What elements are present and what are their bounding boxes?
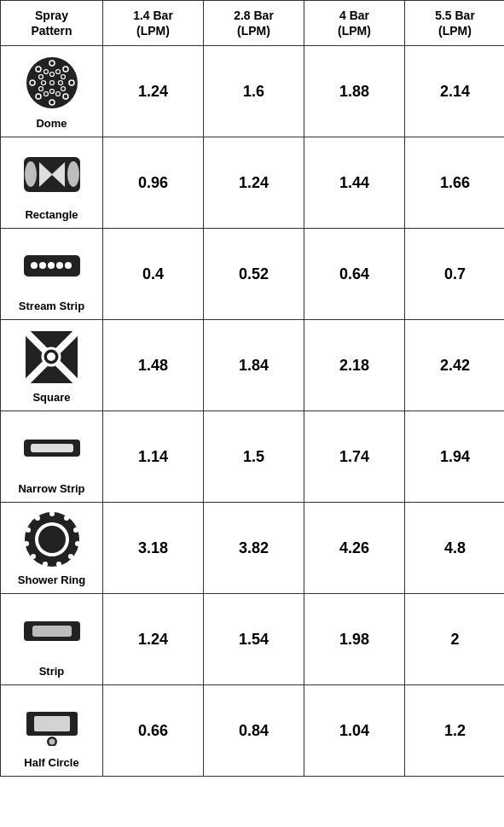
svg-point-20 — [43, 92, 48, 96]
svg-point-1 — [49, 61, 55, 66]
value-shower-ring-col3: 4.26 — [304, 503, 405, 594]
svg-point-14 — [41, 81, 45, 85]
svg-point-28 — [48, 262, 55, 269]
svg-point-41 — [49, 511, 55, 516]
svg-point-13 — [61, 75, 65, 79]
pattern-label-half-circle: Half Circle — [4, 756, 99, 769]
svg-point-8 — [63, 67, 68, 72]
table-row: Shower Ring3.183.824.264.8 — [1, 503, 505, 594]
table-row: Stream Strip0.40.520.640.7 — [1, 229, 505, 320]
svg-point-7 — [69, 80, 74, 85]
pattern-label-rectangle: Rectangle — [4, 208, 99, 221]
svg-point-48 — [31, 554, 36, 559]
value-dome-col1: 1.24 — [103, 46, 204, 137]
value-shower-ring-col2: 3.82 — [204, 503, 304, 594]
svg-rect-55 — [34, 716, 70, 731]
rectangle-icon — [4, 144, 99, 204]
svg-point-5 — [49, 100, 55, 105]
svg-point-18 — [49, 90, 54, 94]
pattern-label-square: Square — [4, 391, 99, 404]
svg-point-4 — [36, 94, 41, 99]
value-half-circle-col3: 1.04 — [304, 685, 405, 777]
svg-point-19 — [61, 87, 65, 91]
svg-rect-37 — [31, 444, 73, 452]
value-stream-strip-col4: 0.7 — [405, 229, 505, 320]
header-5-5-bar: 5.5 Bar(LPM) — [405, 1, 505, 46]
table-row: Dome1.241.61.882.14 — [1, 46, 505, 137]
svg-point-35 — [47, 352, 55, 361]
value-strip-col1: 1.24 — [103, 594, 204, 685]
svg-point-9 — [43, 70, 48, 74]
svg-point-21 — [55, 92, 60, 96]
value-square-col2: 1.84 — [204, 320, 304, 411]
table-row: Half Circle0.660.841.041.2 — [1, 685, 505, 777]
value-shower-ring-col4: 4.8 — [405, 503, 505, 594]
square-icon — [4, 327, 99, 387]
svg-point-3 — [30, 80, 35, 85]
svg-point-11 — [38, 75, 43, 79]
svg-point-2 — [36, 67, 41, 72]
header-spray-pattern: SprayPattern — [1, 1, 103, 46]
stream-strip-icon — [4, 236, 99, 295]
value-narrow-strip-col2: 1.5 — [204, 411, 304, 503]
pattern-cell-narrow-strip: Narrow Strip — [1, 411, 103, 503]
svg-point-12 — [49, 73, 54, 77]
header-4-bar: 4 Bar(LPM) — [304, 1, 405, 46]
value-stream-strip-col3: 0.64 — [304, 229, 405, 320]
value-rectangle-col3: 1.44 — [304, 137, 405, 229]
svg-point-27 — [39, 262, 46, 269]
value-square-col3: 2.18 — [304, 320, 405, 411]
svg-point-29 — [56, 262, 63, 269]
dome-icon — [4, 53, 99, 113]
svg-point-40 — [38, 526, 66, 553]
pattern-cell-shower-ring: Shower Ring — [1, 503, 103, 594]
svg-point-49 — [24, 541, 29, 546]
value-half-circle-col2: 0.84 — [204, 685, 304, 777]
value-square-col4: 2.42 — [405, 320, 505, 411]
pattern-label-strip: Strip — [4, 665, 99, 678]
shower-ring-icon — [4, 510, 99, 569]
svg-point-17 — [38, 87, 43, 91]
svg-point-43 — [73, 527, 78, 533]
pattern-cell-rectangle: Rectangle — [1, 137, 103, 229]
value-half-circle-col1: 0.66 — [103, 685, 204, 777]
value-dome-col3: 1.88 — [304, 46, 405, 137]
value-strip-col2: 1.54 — [204, 594, 304, 685]
svg-rect-53 — [32, 626, 72, 637]
value-rectangle-col1: 0.96 — [103, 137, 204, 229]
value-narrow-strip-col4: 1.94 — [405, 411, 505, 503]
svg-point-50 — [26, 527, 31, 533]
svg-point-10 — [55, 70, 60, 74]
table-row: Narrow Strip1.141.51.741.94 — [1, 411, 505, 503]
svg-point-24 — [67, 161, 79, 187]
value-strip-col4: 2 — [405, 594, 505, 685]
svg-point-16 — [58, 81, 62, 85]
value-shower-ring-col1: 3.18 — [103, 503, 204, 594]
value-dome-col2: 1.6 — [204, 46, 304, 137]
value-half-circle-col4: 1.2 — [405, 685, 505, 777]
pattern-cell-strip: Strip — [1, 594, 103, 685]
table-row: Rectangle0.961.241.441.66 — [1, 137, 505, 229]
value-narrow-strip-col3: 1.74 — [304, 411, 405, 503]
pattern-label-stream-strip: Stream Strip — [4, 300, 99, 312]
half-circle-icon — [4, 692, 99, 752]
svg-point-30 — [65, 262, 72, 269]
header-2-8-bar: 2.8 Bar(LPM) — [204, 1, 304, 46]
value-square-col1: 1.48 — [103, 320, 204, 411]
value-strip-col3: 1.98 — [304, 594, 405, 685]
svg-point-23 — [25, 161, 37, 187]
narrow-strip-icon — [4, 418, 99, 478]
svg-point-26 — [31, 262, 38, 269]
svg-point-42 — [64, 515, 69, 521]
pattern-label-dome: Dome — [4, 117, 99, 130]
value-dome-col4: 2.14 — [405, 46, 505, 137]
pattern-cell-half-circle: Half Circle — [1, 685, 103, 777]
svg-point-51 — [35, 515, 40, 521]
svg-point-6 — [63, 94, 68, 99]
table-row: Strip1.241.541.982 — [1, 594, 505, 685]
value-stream-strip-col2: 0.52 — [204, 229, 304, 320]
svg-point-15 — [49, 81, 54, 85]
value-stream-strip-col1: 0.4 — [103, 229, 204, 320]
value-narrow-strip-col1: 1.14 — [103, 411, 204, 503]
svg-point-46 — [56, 562, 61, 567]
